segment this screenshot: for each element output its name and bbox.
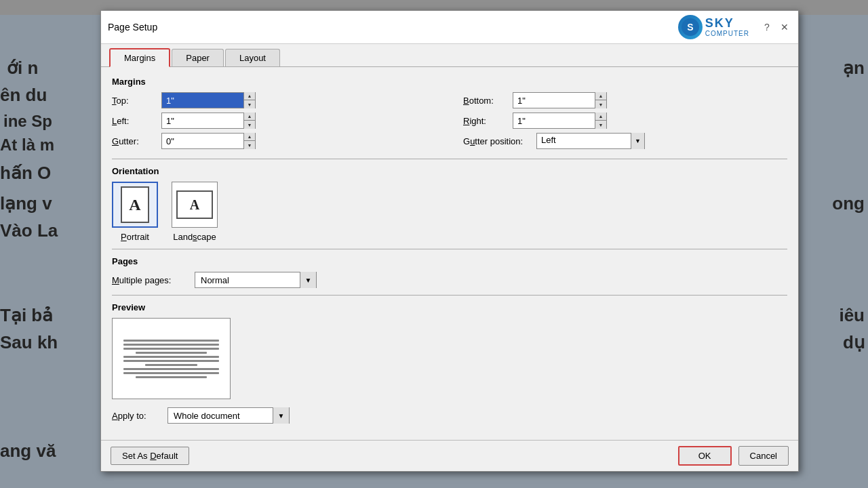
bottom-input[interactable] — [513, 93, 595, 108]
margins-section: Margins Top: ▲ ▼ — [112, 77, 787, 149]
divider-2 — [112, 249, 787, 249]
multiple-pages-dropdown[interactable]: Normal ▼ — [195, 272, 317, 288]
portrait-icon-box: A — [112, 182, 158, 228]
landscape-label: Landscape — [173, 232, 216, 242]
bottom-margin-row: Bottom: ▲ ▼ — [463, 92, 787, 108]
apply-to-dropdown[interactable]: Whole document ▼ — [167, 407, 290, 424]
top-spin-arrows: ▲ ▼ — [243, 92, 255, 108]
dialog-title: Page Setup — [108, 22, 157, 33]
right-spin-up[interactable]: ▲ — [595, 113, 606, 121]
left-spin-wrapper: ▲ ▼ — [161, 113, 256, 129]
close-button[interactable]: ✕ — [778, 20, 791, 34]
preview-line-2 — [123, 344, 219, 346]
divider-1 — [112, 159, 787, 159]
top-spin-up[interactable]: ▲ — [244, 92, 255, 100]
top-spin-down[interactable]: ▼ — [244, 100, 255, 108]
sky-sub-text: COMPUTER — [705, 30, 749, 37]
pages-row: Multiple pages: Normal ▼ — [112, 272, 787, 288]
right-margin-row: Right: ▲ ▼ — [463, 113, 787, 129]
right-spin-wrapper: ▲ ▼ — [513, 113, 607, 129]
gutter-spin-up[interactable]: ▲ — [244, 133, 255, 141]
apply-to-label: Apply to: — [112, 411, 159, 421]
multiple-pages-arrow-icon[interactable]: ▼ — [300, 272, 316, 288]
cancel-button[interactable]: Cancel — [738, 446, 789, 466]
tab-strip: Margins Paper Layout — [101, 44, 798, 67]
top-margin-row: Top: ▲ ▼ — [112, 92, 436, 108]
right-spin-arrows: ▲ ▼ — [595, 113, 606, 129]
landscape-letter: A — [190, 197, 199, 213]
bottom-label: Bottom: — [463, 96, 507, 106]
left-spin-down[interactable]: ▼ — [244, 121, 255, 129]
left-input[interactable] — [162, 113, 243, 128]
top-label: Top: — [112, 96, 156, 106]
orientation-options: A Portrait A Landscape — [112, 182, 787, 242]
portrait-label: Portrait — [121, 232, 149, 242]
dialog-footer: Set As Default OK Cancel — [101, 440, 798, 471]
gutter-label: Gutter: — [112, 136, 156, 146]
apply-to-arrow-icon[interactable]: ▼ — [273, 407, 289, 424]
sky-logo-svg: S — [681, 18, 700, 37]
right-spin-down[interactable]: ▼ — [595, 121, 606, 129]
gutter-pos-arrow-icon[interactable]: ▼ — [631, 133, 644, 149]
ok-button[interactable]: OK — [678, 446, 732, 466]
landscape-page-shape: A — [176, 190, 213, 219]
preview-label: Preview — [112, 302, 787, 312]
bottom-spin-up[interactable]: ▲ — [595, 92, 606, 100]
pages-section: Pages Multiple pages: Normal ▼ — [112, 256, 787, 288]
dialog-body: Margins Top: ▲ ▼ — [101, 67, 798, 440]
left-spin-up[interactable]: ▲ — [244, 113, 255, 121]
bottom-spin-wrapper: ▲ ▼ — [513, 92, 607, 108]
page-setup-dialog: Page Setup S SKY COMPUTER ? ✕ — [100, 10, 799, 472]
apply-to-value: Whole document — [168, 409, 273, 422]
gutter-spin-down[interactable]: ▼ — [244, 141, 255, 149]
pages-label: Pages — [112, 256, 787, 266]
orientation-section: Orientation A Portrait — [112, 166, 787, 242]
top-spin-wrapper: ▲ ▼ — [161, 92, 256, 108]
gutter-margin-row: Gutter: ▲ ▼ — [112, 133, 436, 149]
title-bar-right: S SKY COMPUTER ? ✕ — [678, 15, 791, 39]
title-bar-left: Page Setup — [108, 22, 157, 33]
margins-section-label: Margins — [112, 77, 787, 87]
portrait-page-shape: A — [121, 186, 149, 223]
multiple-pages-label: Multiple pages: — [112, 275, 186, 285]
preview-line-3 — [123, 348, 219, 350]
divider-3 — [112, 295, 787, 296]
preview-line-7 — [145, 364, 198, 366]
left-label: Left: — [112, 116, 156, 126]
landscape-icon-box: A — [172, 182, 218, 228]
tab-layout[interactable]: Layout — [225, 49, 280, 66]
gutter-pos-value: Left — [537, 134, 631, 148]
gutter-pos-label: Gutter position: — [463, 136, 531, 146]
gutter-spin-wrapper: ▲ ▼ — [161, 133, 256, 149]
left-spin-arrows: ▲ ▼ — [243, 113, 255, 129]
preview-line-1 — [123, 340, 219, 342]
gutter-input[interactable] — [162, 134, 243, 148]
right-label: Right: — [463, 116, 507, 126]
sky-text-group: SKY COMPUTER — [705, 17, 749, 38]
landscape-option[interactable]: A Landscape — [172, 182, 218, 242]
sky-logo-area: S SKY COMPUTER — [678, 15, 749, 39]
preview-line-5 — [123, 356, 219, 358]
tab-margins[interactable]: Margins — [109, 48, 170, 67]
set-as-default-button[interactable]: Set As Default — [111, 447, 189, 465]
multiple-pages-value: Normal — [195, 274, 300, 287]
gutter-spin-arrows: ▲ ▼ — [243, 133, 255, 149]
tab-paper[interactable]: Paper — [172, 49, 224, 66]
portrait-letter: A — [129, 196, 140, 214]
dialog-title-bar: Page Setup S SKY COMPUTER ? ✕ — [101, 11, 798, 44]
sky-logo-circle: S — [678, 15, 703, 39]
bottom-spin-down[interactable]: ▼ — [595, 100, 606, 108]
help-button[interactable]: ? — [760, 20, 774, 34]
footer-right-buttons: OK Cancel — [678, 446, 789, 466]
top-input[interactable] — [162, 93, 243, 108]
right-input[interactable] — [513, 113, 595, 128]
sky-main-text: SKY — [705, 17, 749, 30]
portrait-option[interactable]: A Portrait — [112, 182, 158, 242]
apply-to-row: Apply to: Whole document ▼ — [112, 407, 787, 424]
gutter-pos-dropdown[interactable]: Left ▼ — [536, 133, 645, 149]
gutter-pos-row: Gutter position: Left ▼ — [463, 133, 787, 149]
preview-line-8 — [123, 368, 219, 370]
preview-line-9 — [123, 372, 219, 374]
bottom-spin-arrows: ▲ ▼ — [595, 92, 606, 108]
preview-box — [112, 318, 231, 399]
